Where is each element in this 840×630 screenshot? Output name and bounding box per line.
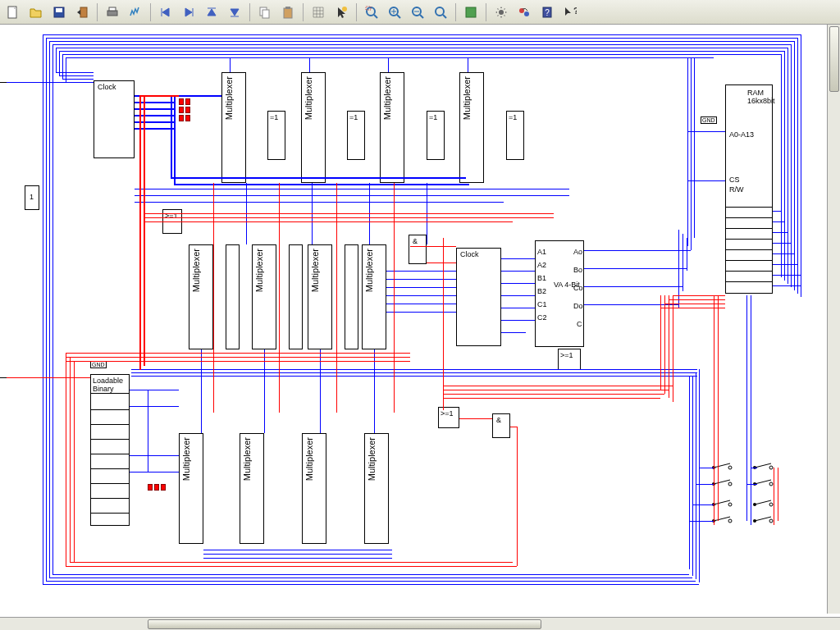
mux-block[interactable]: Multiplexer — [179, 433, 203, 544]
wire — [773, 285, 801, 286]
loadable-binary-block[interactable]: Loadable Binary — [90, 374, 130, 526]
ram-cs-label: CS — [729, 176, 740, 184]
clock-block-1[interactable]: Clock — [94, 80, 135, 158]
settings-button[interactable] — [491, 2, 511, 22]
toolbar: ? ? — [0, 0, 840, 25]
wire — [135, 189, 569, 189]
xor-gate[interactable]: =1 — [347, 111, 365, 160]
svg-point-32 — [728, 466, 732, 469]
mux-block[interactable]: Multiplexer — [362, 244, 386, 349]
mux-block[interactable]: Multiplexer — [189, 244, 213, 349]
svg-rect-4 — [107, 11, 117, 16]
mux-block[interactable]: Multiplexer — [301, 72, 326, 183]
copy-button[interactable] — [255, 2, 275, 22]
wire — [66, 361, 410, 362]
mux-block[interactable]: Multiplexer — [380, 72, 404, 183]
xor-label: =1 — [270, 113, 278, 121]
ram-block[interactable]: RAM 16kx8bit A0-A13 CS R/W — [725, 84, 773, 294]
first-button[interactable] — [156, 2, 176, 22]
zoom-window-button[interactable] — [362, 2, 381, 22]
wire — [751, 295, 751, 525]
mux-block[interactable]: Multiplexer — [221, 72, 246, 183]
wire — [131, 369, 697, 370]
svg-line-15 — [397, 15, 400, 18]
print-button[interactable] — [103, 2, 122, 22]
wire — [203, 550, 392, 550]
constant-one[interactable]: 1 — [25, 185, 39, 210]
mux-select[interactable] — [289, 244, 303, 349]
wire — [320, 349, 321, 433]
wire — [74, 361, 75, 562]
wire — [773, 264, 797, 265]
or-gate[interactable]: >=1 — [438, 407, 459, 428]
vertical-scrollbar[interactable] — [827, 25, 840, 614]
mux-block[interactable]: Multiplexer — [308, 244, 332, 349]
wire — [46, 581, 696, 582]
mux-select[interactable] — [226, 244, 240, 349]
cursor-button[interactable] — [331, 2, 351, 22]
scrollbar-thumb[interactable] — [148, 619, 541, 629]
va-4bit-block[interactable]: A1 A2 B1 B2 C1 C2 Ao Bo Co Do C VA 4-Bit — [535, 240, 584, 347]
scrollbar-thumb[interactable] — [829, 26, 839, 92]
run-button[interactable] — [461, 2, 481, 22]
mux-label: Multiplexer — [460, 73, 473, 123]
and-label: & — [413, 237, 418, 245]
pin-label: B1 — [537, 274, 546, 282]
xor-gate[interactable]: =1 — [427, 111, 445, 160]
grid-button[interactable] — [308, 2, 328, 22]
mux-block[interactable]: Multiplexer — [252, 244, 276, 349]
va-label: VA 4-Bit — [554, 281, 580, 289]
wire — [801, 34, 801, 297]
schematic-canvas[interactable]: Clock Multiplexer =1 Multiplexer =1 Mult… — [0, 25, 827, 614]
svg-line-42 — [755, 463, 771, 468]
zoom-fit-button[interactable] — [431, 2, 450, 22]
svg-point-10 — [342, 7, 347, 11]
svg-line-45 — [755, 480, 771, 484]
plot-button[interactable] — [126, 2, 145, 22]
next-button[interactable] — [179, 2, 199, 22]
mux-block[interactable]: Multiplexer — [240, 433, 264, 544]
exit-button[interactable] — [72, 2, 92, 22]
mux-block[interactable]: Multiplexer — [364, 433, 389, 544]
mux-block[interactable]: Multiplexer — [459, 72, 484, 183]
whatsthis-button[interactable]: ? — [560, 2, 580, 22]
svg-point-35 — [728, 482, 732, 486]
zoom-in-button[interactable] — [385, 2, 404, 22]
mux-block[interactable]: Multiplexer — [302, 433, 326, 544]
and-label: & — [496, 416, 501, 424]
clock-block-2[interactable]: Clock — [456, 248, 501, 346]
down-button[interactable] — [225, 2, 244, 22]
save-button[interactable] — [49, 2, 69, 22]
wire — [443, 238, 444, 410]
wire — [584, 286, 682, 287]
wire — [773, 243, 791, 244]
xor-gate[interactable]: =1 — [267, 111, 285, 160]
svg-point-50 — [769, 503, 773, 506]
wire — [468, 57, 468, 72]
paste-button[interactable] — [278, 2, 298, 22]
mux-select[interactable] — [345, 244, 358, 349]
or-gate[interactable]: >=1 — [558, 349, 581, 370]
new-button[interactable] — [3, 2, 23, 22]
separator — [486, 3, 486, 21]
wire — [374, 349, 375, 433]
horizontal-scrollbar[interactable] — [0, 617, 840, 630]
wire — [664, 304, 725, 304]
pin-label: C — [577, 320, 582, 328]
and-gate[interactable]: & — [492, 413, 510, 438]
svg-point-47 — [769, 482, 773, 486]
wire — [773, 253, 794, 254]
open-button[interactable] — [26, 2, 46, 22]
svg-point-41 — [728, 519, 732, 523]
wire — [130, 472, 179, 472]
svg-text:?: ? — [545, 8, 550, 17]
simulate-button[interactable] — [514, 2, 534, 22]
zoom-out-button[interactable] — [408, 2, 427, 22]
wire — [66, 57, 714, 58]
up-button[interactable] — [202, 2, 221, 22]
and-gate[interactable]: & — [409, 235, 427, 264]
or-label: >=1 — [441, 409, 454, 418]
xor-gate[interactable]: =1 — [506, 111, 524, 160]
led-indicator — [185, 115, 190, 121]
help-button[interactable]: ? — [537, 2, 557, 22]
